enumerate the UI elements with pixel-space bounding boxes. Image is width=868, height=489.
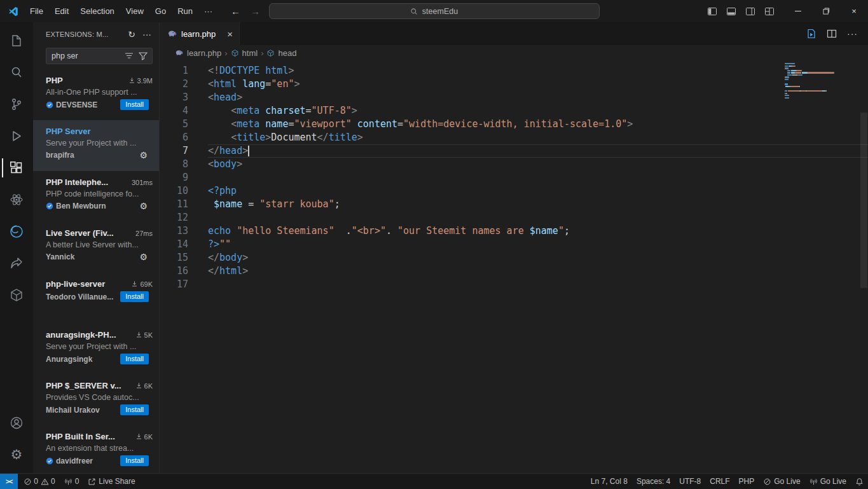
extensions-search-input[interactable]: php ser: [46, 48, 153, 64]
install-button[interactable]: Install: [120, 291, 149, 302]
code-line[interactable]: </head>: [208, 144, 868, 158]
menu-file[interactable]: File: [24, 4, 49, 18]
code-line[interactable]: <body>: [208, 158, 868, 171]
close-tab-icon[interactable]: ×: [227, 29, 233, 39]
filter-funnel-icon[interactable]: [138, 51, 148, 61]
more-actions-icon[interactable]: ···: [142, 29, 151, 39]
install-button[interactable]: Install: [120, 354, 149, 364]
install-button[interactable]: Install: [120, 455, 149, 466]
indentation-indicator[interactable]: Spaces: 4: [632, 474, 675, 489]
code-area: 1234567891011121314151617 <!DOCTYPE html…: [160, 60, 868, 473]
close-button[interactable]: ×: [840, 0, 868, 22]
php-server-run-icon[interactable]: [806, 29, 816, 39]
extension-item[interactable]: PHP ServerServe your Project with ...bra…: [33, 120, 159, 171]
cursor-position[interactable]: Ln 7, Col 8: [586, 474, 632, 489]
breadcrumb-item-html[interactable]: html: [231, 48, 258, 58]
extension-meta-value: 6K: [144, 433, 153, 441]
extensions-icon[interactable]: [1, 152, 32, 184]
extension-item[interactable]: PHP $_SERVER v...6KProvides VS Code auto…: [33, 375, 159, 425]
menu-edit[interactable]: Edit: [49, 4, 74, 18]
code-line[interactable]: </html>: [208, 265, 868, 278]
split-editor-icon[interactable]: [827, 29, 837, 39]
extension-gear-icon[interactable]: ⚙: [139, 252, 148, 262]
minimap-token: [795, 65, 796, 67]
minimap-line: [785, 86, 834, 87]
code-line[interactable]: <title>Document</title>: [208, 131, 868, 144]
run-debug-icon[interactable]: [1, 120, 32, 152]
menu-go[interactable]: Go: [149, 4, 172, 18]
extension-item[interactable]: PHP Built In Ser...6KAn extension that s…: [33, 425, 159, 473]
remote-indicator[interactable]: ><: [0, 474, 18, 489]
encoding-indicator[interactable]: UTF-8: [675, 474, 705, 489]
edge-tools-icon[interactable]: [1, 216, 32, 247]
toggle-secondary-sidebar-icon[interactable]: [742, 3, 759, 20]
code-line[interactable]: echo "hello Steemians" ."<br>". "our Ste…: [208, 224, 868, 238]
code-line[interactable]: [208, 278, 868, 291]
problems-indicator[interactable]: 0 0: [19, 474, 59, 489]
customize-layout-icon[interactable]: [761, 3, 778, 20]
code-line[interactable]: [208, 211, 868, 224]
minimize-button[interactable]: [784, 0, 812, 22]
toggle-sidebar-icon[interactable]: [704, 3, 720, 20]
code-token: "en": [271, 78, 294, 90]
live-share-view-icon[interactable]: [1, 247, 32, 279]
go-live-button-2[interactable]: Go Live: [805, 474, 851, 489]
source-control-icon[interactable]: [1, 88, 32, 120]
menu-run[interactable]: Run: [172, 4, 198, 18]
code-line[interactable]: <meta charset="UTF-8">: [208, 104, 868, 118]
download-count-icon: [128, 77, 135, 84]
extension-item[interactable]: PHP3.9MAll-in-One PHP support ...DEVSENS…: [33, 69, 159, 120]
minimap-line: [785, 97, 834, 99]
code-line[interactable]: $name = "starr kouba";: [208, 198, 868, 211]
filter-lines-icon[interactable]: [124, 51, 134, 61]
notifications-bell-icon[interactable]: [851, 474, 868, 489]
install-button[interactable]: Install: [120, 99, 149, 110]
language-mode[interactable]: PHP: [734, 474, 759, 489]
code-line[interactable]: <html lang="en">: [208, 78, 868, 91]
menu-selection[interactable]: Selection: [74, 4, 120, 18]
accounts-icon[interactable]: [1, 407, 32, 439]
breadcrumb-item-head[interactable]: head: [266, 48, 296, 58]
extension-item[interactable]: Live Server (Fiv...27msA better Live Ser…: [33, 222, 159, 273]
search-view-icon[interactable]: [1, 57, 32, 88]
code-line[interactable]: </body>: [208, 251, 868, 265]
code-lines[interactable]: <!DOCTYPE html><html lang="en"><head> <m…: [208, 64, 868, 473]
extension-item[interactable]: PHP Intelephe...301msPHP code intelligen…: [33, 171, 159, 222]
code-token: >: [627, 118, 633, 130]
tab-learn-php[interactable]: learn.php ×: [160, 22, 240, 45]
eol-indicator[interactable]: CRLF: [705, 474, 734, 489]
extension-item[interactable]: anuragsingk-PH...5KServe your Project wi…: [33, 324, 159, 375]
settings-gear-icon[interactable]: ⚙: [1, 439, 32, 471]
live-share-button[interactable]: Live Share: [83, 474, 139, 489]
code-line[interactable]: <head>: [208, 91, 868, 104]
install-button[interactable]: Install: [120, 404, 149, 415]
extension-gear-icon[interactable]: ⚙: [139, 150, 148, 160]
code-line[interactable]: <?php: [208, 184, 868, 198]
menu-view[interactable]: View: [120, 4, 149, 18]
restore-button[interactable]: [812, 0, 840, 22]
code-line[interactable]: <meta name="viewport" content="width=dev…: [208, 118, 868, 131]
minimap[interactable]: [785, 63, 834, 102]
extension-gear-icon[interactable]: ⚙: [139, 201, 148, 211]
toggle-panel-icon[interactable]: [723, 3, 740, 20]
explorer-icon[interactable]: [1, 25, 32, 57]
ports-indicator[interactable]: 0: [60, 474, 84, 489]
code-token: $name: [530, 225, 558, 237]
remote-explorer-icon[interactable]: [1, 279, 32, 311]
extension-item[interactable]: php-live-server69KTeodoro Villanue...Ins…: [33, 273, 159, 324]
back-button[interactable]: ←: [231, 6, 240, 17]
extension-meta-value: 69K: [140, 280, 153, 288]
vertical-scrollbar[interactable]: [860, 113, 867, 288]
breadcrumb-item-learn-php[interactable]: learn.php: [175, 48, 221, 58]
react-extension-icon[interactable]: [1, 184, 32, 216]
editor-more-actions-icon[interactable]: ···: [847, 29, 858, 39]
menu-overflow-icon[interactable]: ···: [198, 4, 218, 18]
breadcrumb-label: learn.php: [187, 48, 221, 58]
code-line[interactable]: <!DOCTYPE html>: [208, 64, 868, 78]
forward-button[interactable]: →: [251, 6, 260, 17]
refresh-icon[interactable]: ↻: [128, 29, 135, 39]
go-live-button-1[interactable]: Go Live: [759, 474, 804, 489]
code-line[interactable]: [208, 171, 868, 184]
command-center-search[interactable]: steemEdu: [269, 3, 600, 19]
code-line[interactable]: ?>"": [208, 238, 868, 251]
